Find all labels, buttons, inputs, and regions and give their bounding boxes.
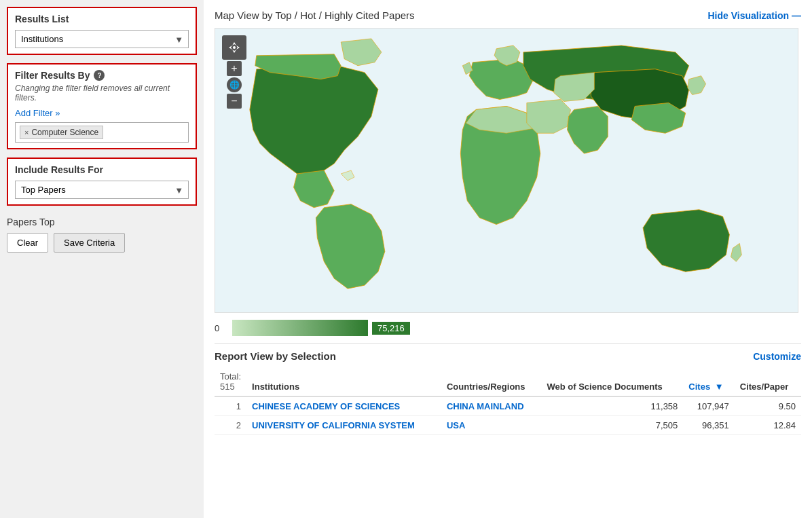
svg-marker-2	[232, 50, 236, 53]
pan-control[interactable]	[222, 35, 246, 60]
col-cites-paper: Cites/Paper	[735, 367, 801, 396]
row-2-institution: UNIVERSITY OF CALIFORNIA SYSTEM	[246, 416, 441, 435]
cites-sort-arrow: ▼	[715, 382, 724, 392]
row-1-index: 1	[215, 396, 246, 416]
hide-visualization-button[interactable]: Hide Visualization —	[707, 10, 801, 21]
row-1-institution: CHINESE ACADEMY OF SCIENCES	[246, 396, 441, 416]
row-1-cites-paper: 9.50	[735, 396, 801, 416]
world-map[interactable]: + 🌐 −	[215, 28, 798, 313]
include-results-select[interactable]: Top Papers Hot Papers Highly Cited Paper…	[15, 181, 189, 199]
globe-button[interactable]: 🌐	[227, 77, 242, 92]
results-list-panel: Results List Institutions Countries Auth…	[7, 7, 197, 55]
table-row: 1 CHINESE ACADEMY OF SCIENCES CHINA MAIN…	[215, 396, 801, 416]
col-institutions: Institutions	[246, 367, 441, 396]
map-controls: + 🌐 −	[222, 35, 246, 109]
report-title: Report View by Selection	[215, 350, 336, 362]
filter-tag-remove-icon[interactable]: ×	[24, 128, 29, 136]
row-2-documents: 7,505	[541, 416, 683, 435]
legend-max: 75,216	[372, 322, 410, 335]
row-2-cites: 96,351	[683, 416, 734, 435]
results-list-title: Results List	[15, 14, 189, 24]
table-header-row: Total: 515 Institutions Countries/Region…	[215, 367, 801, 396]
row-1-cites: 107,947	[683, 396, 734, 416]
map-legend: 0 75,216	[215, 320, 801, 336]
include-results-select-wrapper: Top Papers Hot Papers Highly Cited Paper…	[15, 181, 189, 199]
results-table-wrapper: Total: 515 Institutions Countries/Region…	[215, 362, 801, 435]
row-2-index: 2	[215, 416, 246, 435]
papers-top-label: Papers Top	[7, 214, 197, 230]
svg-marker-1	[232, 42, 236, 45]
hide-viz-dash-icon: —	[792, 10, 801, 21]
results-list-select[interactable]: Institutions Countries Authors	[15, 30, 189, 48]
report-header: Report View by Selection Customize	[215, 343, 801, 362]
include-results-title: Include Results For	[15, 164, 189, 175]
main-content: Map View by Top / Hot / Highly Cited Pap…	[204, 0, 812, 518]
zoom-in-button[interactable]: +	[227, 61, 242, 76]
col-cites[interactable]: Cites ▼	[683, 367, 734, 396]
table-row: 2 UNIVERSITY OF CALIFORNIA SYSTEM USA 7,…	[215, 416, 801, 435]
map-header: Map View by Top / Hot / Highly Cited Pap…	[215, 10, 801, 21]
col-countries: Countries/Regions	[441, 367, 542, 396]
col-total: Total: 515	[215, 367, 246, 396]
col-documents: Web of Science Documents	[541, 367, 683, 396]
pan-arrows-icon	[227, 41, 241, 54]
legend-gradient	[232, 320, 368, 336]
sidebar: Results List Institutions Countries Auth…	[0, 0, 204, 518]
add-filter-link[interactable]: Add Filter »	[15, 108, 189, 118]
svg-point-5	[233, 46, 236, 49]
filter-tag-computer-science: × Computer Science	[20, 126, 103, 139]
action-buttons: Clear Save Criteria	[7, 233, 197, 253]
filter-note: Changing the filter field removes all cu…	[15, 84, 189, 103]
filter-results-panel: Filter Results By ? Changing the filter …	[7, 63, 197, 149]
customize-button[interactable]: Customize	[753, 351, 801, 362]
help-icon[interactable]: ?	[94, 70, 105, 81]
row-2-cites-paper: 12.84	[735, 416, 801, 435]
save-criteria-button[interactable]: Save Criteria	[54, 233, 125, 253]
svg-marker-4	[236, 45, 240, 50]
zoom-out-button[interactable]: −	[227, 94, 242, 109]
row-2-country: USA	[441, 416, 542, 435]
filter-tag-container: × Computer Science	[15, 122, 189, 143]
row-1-documents: 11,358	[541, 396, 683, 416]
legend-min: 0	[215, 323, 228, 333]
results-table: Total: 515 Institutions Countries/Region…	[215, 367, 801, 435]
row-1-country: CHINA MAINLAND	[441, 396, 542, 416]
clear-button[interactable]: Clear	[7, 233, 48, 253]
svg-marker-3	[229, 45, 232, 50]
filter-results-title: Filter Results By ?	[15, 70, 189, 81]
include-results-panel: Include Results For Top Papers Hot Paper…	[7, 158, 197, 206]
results-list-select-wrapper: Institutions Countries Authors ▼	[15, 30, 189, 48]
map-title: Map View by Top / Hot / Highly Cited Pap…	[215, 10, 415, 21]
map-svg	[215, 29, 798, 312]
